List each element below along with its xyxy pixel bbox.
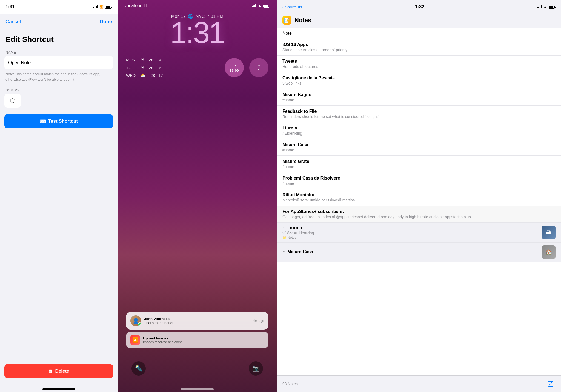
camera-button[interactable]: 📷 (249, 361, 263, 376)
list-item[interactable]: Problemi Casa da Risolvere #home (277, 172, 561, 189)
list-item[interactable]: Misure Bagno #home (277, 89, 561, 106)
notes-panel: ‹ Shortcuts 1:32 ▲ (277, 0, 561, 392)
notif-msg: That's much better (144, 321, 250, 325)
note-title: Misure Casa (287, 249, 313, 254)
done-button[interactable]: Done (100, 19, 112, 25)
external-link-widget[interactable]: ⤴ (249, 58, 268, 77)
name-hint: Note: This name should match the one in … (0, 69, 118, 84)
lock-home-indicator (181, 388, 214, 390)
flashlight-icon: 🔦 (135, 365, 142, 372)
notification-area: 👤 John Voorhees That's much better 4m ag… (126, 312, 268, 348)
note-subtitle: Mercoledì sera: umido per Giovedì mattin… (282, 198, 556, 202)
list-item[interactable]: Misure Casa #home (277, 139, 561, 156)
weather-days: MON ☀ 28 14 TUE ☀ 28 16 WED ⛅ 28 17 (126, 56, 219, 79)
cancel-button[interactable]: Cancel (5, 19, 21, 25)
test-shortcut-button[interactable]: ⌨ Test Shortcut (4, 114, 113, 128)
notes-status-icons: ▲ (537, 5, 556, 9)
note-subtitle: #home (282, 181, 556, 186)
notif-sender: John Voorhees (144, 317, 250, 321)
app-name: Notes (288, 236, 296, 240)
list-item[interactable]: For AppStories+ subscribers: Get longer,… (277, 206, 561, 223)
list-item[interactable]: Tweets Hundreds of features. (277, 56, 561, 72)
notification-upload[interactable]: 🔼 Upload Images Images received and comp… (126, 332, 268, 348)
signal-icon (93, 4, 98, 10)
name-section-label: NAME (0, 47, 118, 56)
spotlight-icon: ⊙ (282, 226, 286, 230)
delete-label: Delete (55, 368, 69, 374)
back-nav[interactable]: ‹ Shortcuts (282, 5, 302, 9)
edit-shortcut-panel: 1:31 📶 Cancel Done Edit Shortcut NAME No (0, 0, 118, 392)
notes-icon-glyph: 📝 (284, 18, 290, 23)
camera-icon: 📷 (252, 365, 260, 372)
search-result-liurnia[interactable]: ⊙ Liurnia 9/3/22 #EldenRing 📁 Notes 🏔 (277, 223, 561, 243)
name-input[interactable] (4, 56, 113, 69)
compose-icon (547, 381, 554, 387)
test-shortcut-label: Test Shortcut (48, 119, 78, 124)
day-label-0: MON (126, 56, 137, 64)
list-item[interactable]: Liurnia #EldenRing (277, 122, 561, 139)
note-subtitle: Reminders should let me set what is cons… (282, 114, 556, 119)
note-title: Misure Bagno (282, 92, 556, 97)
weather-temp-0: 28 (147, 56, 153, 64)
siri-icon: ⌨ (40, 119, 46, 124)
msg-badge (138, 322, 141, 326)
timer-icon: ⏱ (232, 63, 236, 68)
list-item[interactable]: Misure Grate #home (277, 156, 561, 172)
weather-icon-0: ☀ (140, 56, 144, 64)
lock-battery-icon (263, 4, 270, 8)
symbol-selector[interactable]: ⬡ (4, 94, 21, 108)
notes-status-bar: ‹ Shortcuts 1:32 ▲ (277, 0, 561, 14)
notes-header: 📝 Notes (277, 14, 561, 28)
notes-app-icon: 📝 (282, 16, 291, 25)
notes-battery-icon (549, 5, 556, 9)
weather-high-0: 14 (157, 56, 161, 64)
notif-row-1: 👤 John Voorhees That's much better 4m ag… (130, 315, 264, 326)
timer-value: 36:09 (230, 68, 239, 73)
notif2-content: Upload Images Images received and comp..… (143, 336, 264, 344)
notes-signal-icon (537, 5, 542, 9)
note-title: Misure Grate (282, 159, 556, 164)
note-subtitle: Get longer, ad-free episodes of @appstor… (282, 215, 556, 219)
weather-day-wed: WED ⛅ 28 17 (126, 72, 219, 80)
notif2-title: Upload Images (143, 336, 264, 340)
weather-icon-2: ⛅ (140, 72, 146, 80)
note-subtitle: 3 web links (282, 81, 556, 85)
wifi-icon: 📶 (99, 5, 104, 9)
lock-status-icons: ▲ (252, 4, 270, 8)
weather-high-2: 17 (158, 72, 163, 79)
list-item[interactable]: Castiglione della Pescaia 3 web links (277, 72, 561, 89)
delete-button[interactable]: 🗑 Delete (4, 364, 113, 378)
lock-signal-icon (252, 4, 256, 8)
note-subtitle: #home (282, 98, 556, 102)
symbol-section-label: SYMBOL (0, 84, 118, 94)
upload-app-icon: 🔼 (130, 335, 140, 345)
battery-icon (105, 4, 112, 10)
weather-temp-1: 28 (147, 64, 153, 71)
lock-big-time: 1:31 (118, 18, 277, 48)
page-title: Edit Shortcut (0, 30, 118, 47)
note-title: Misure Casa (282, 142, 556, 147)
list-item[interactable]: Feedback to File Reminders should let me… (277, 106, 561, 122)
note-title: Problemi Casa da Risolvere (282, 176, 556, 181)
weather-icon-1: ☀ (140, 64, 144, 72)
search-result-misure-casa[interactable]: ⊙ Misure Casa 🏠 (277, 243, 561, 262)
weather-high-1: 16 (157, 64, 161, 71)
list-item[interactable]: Rifiuti Montalto Mercoledì sera: umido p… (277, 189, 561, 206)
flashlight-button[interactable]: 🔦 (131, 361, 146, 376)
thumbnail-img-2: 🏠 (546, 249, 552, 255)
note-subtitle: #home (282, 165, 556, 169)
notif-content: John Voorhees That's much better (144, 317, 250, 325)
folder-icon: 📁 (282, 236, 287, 240)
list-item[interactable]: iOS 16 Apps Standalone Articles (in orde… (277, 39, 561, 56)
compose-button[interactable] (546, 379, 556, 389)
back-label: Shortcuts (285, 5, 302, 9)
timer-widget[interactable]: ⏱ 36:09 (225, 58, 244, 77)
note-title: iOS 16 Apps (282, 42, 556, 47)
external-link-icon: ⤴ (257, 64, 261, 71)
notes-list: iOS 16 Apps Standalone Articles (in orde… (277, 39, 561, 375)
weather-day-mon: MON ☀ 28 14 (126, 56, 219, 64)
notification-message[interactable]: 👤 John Voorhees That's much better 4m ag… (126, 312, 268, 330)
note-title: Tweets (282, 59, 556, 64)
notes-section-label: Note (277, 28, 561, 39)
weather-day-tue: TUE ☀ 28 16 (126, 64, 219, 72)
